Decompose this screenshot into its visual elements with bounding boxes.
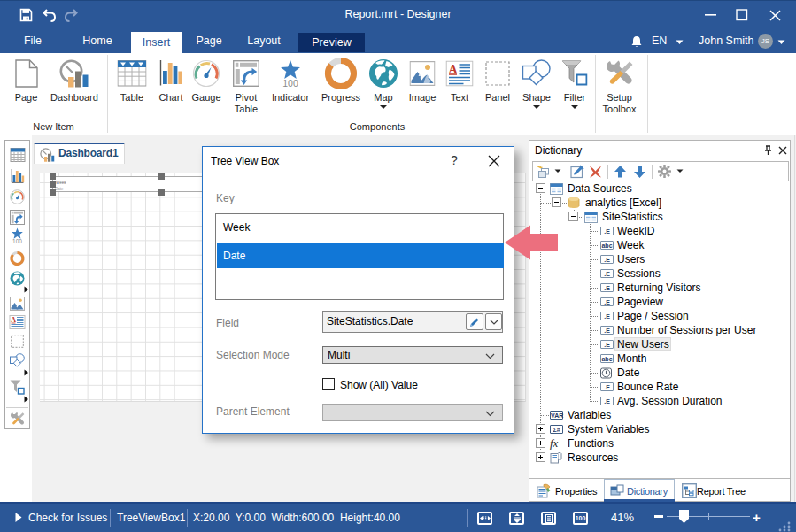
svg-text:100: 100 bbox=[12, 238, 22, 244]
svg-text:A: A bbox=[449, 62, 459, 75]
svg-text:100: 100 bbox=[282, 78, 298, 88]
